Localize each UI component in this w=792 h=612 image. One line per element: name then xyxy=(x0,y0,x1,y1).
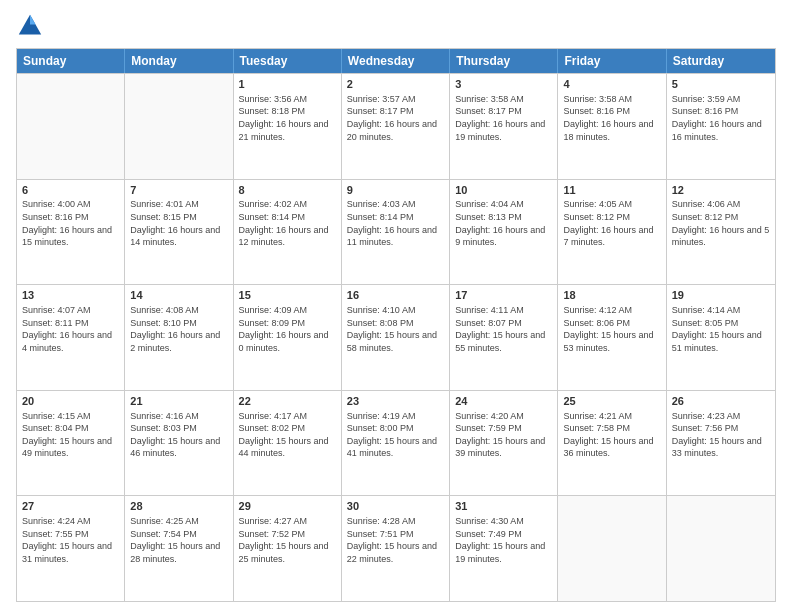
day-number: 20 xyxy=(22,394,119,409)
page: SundayMondayTuesdayWednesdayThursdayFrid… xyxy=(0,0,792,612)
cal-cell: 16Sunrise: 4:10 AM Sunset: 8:08 PM Dayli… xyxy=(342,285,450,390)
cell-text: Sunrise: 4:01 AM Sunset: 8:15 PM Dayligh… xyxy=(130,198,227,248)
day-number: 29 xyxy=(239,499,336,514)
cal-cell: 4Sunrise: 3:58 AM Sunset: 8:16 PM Daylig… xyxy=(558,74,666,179)
week-row-4: 20Sunrise: 4:15 AM Sunset: 8:04 PM Dayli… xyxy=(17,390,775,496)
day-number: 6 xyxy=(22,183,119,198)
cell-text: Sunrise: 4:20 AM Sunset: 7:59 PM Dayligh… xyxy=(455,410,552,460)
day-number: 5 xyxy=(672,77,770,92)
day-number: 23 xyxy=(347,394,444,409)
cal-cell: 29Sunrise: 4:27 AM Sunset: 7:52 PM Dayli… xyxy=(234,496,342,601)
cal-cell: 22Sunrise: 4:17 AM Sunset: 8:02 PM Dayli… xyxy=(234,391,342,496)
cell-text: Sunrise: 4:11 AM Sunset: 8:07 PM Dayligh… xyxy=(455,304,552,354)
day-number: 4 xyxy=(563,77,660,92)
day-number: 18 xyxy=(563,288,660,303)
cell-text: Sunrise: 3:59 AM Sunset: 8:16 PM Dayligh… xyxy=(672,93,770,143)
cal-cell: 24Sunrise: 4:20 AM Sunset: 7:59 PM Dayli… xyxy=(450,391,558,496)
cell-text: Sunrise: 4:10 AM Sunset: 8:08 PM Dayligh… xyxy=(347,304,444,354)
cal-cell: 27Sunrise: 4:24 AM Sunset: 7:55 PM Dayli… xyxy=(17,496,125,601)
header-day-monday: Monday xyxy=(125,49,233,73)
cell-text: Sunrise: 4:05 AM Sunset: 8:12 PM Dayligh… xyxy=(563,198,660,248)
cell-text: Sunrise: 4:28 AM Sunset: 7:51 PM Dayligh… xyxy=(347,515,444,565)
cal-cell xyxy=(125,74,233,179)
day-number: 19 xyxy=(672,288,770,303)
day-number: 13 xyxy=(22,288,119,303)
cal-cell: 9Sunrise: 4:03 AM Sunset: 8:14 PM Daylig… xyxy=(342,180,450,285)
week-row-5: 27Sunrise: 4:24 AM Sunset: 7:55 PM Dayli… xyxy=(17,495,775,601)
cal-cell: 21Sunrise: 4:16 AM Sunset: 8:03 PM Dayli… xyxy=(125,391,233,496)
cal-cell: 2Sunrise: 3:57 AM Sunset: 8:17 PM Daylig… xyxy=(342,74,450,179)
day-number: 21 xyxy=(130,394,227,409)
header-day-thursday: Thursday xyxy=(450,49,558,73)
header-day-saturday: Saturday xyxy=(667,49,775,73)
header xyxy=(16,12,776,40)
cal-cell: 12Sunrise: 4:06 AM Sunset: 8:12 PM Dayli… xyxy=(667,180,775,285)
cell-text: Sunrise: 4:21 AM Sunset: 7:58 PM Dayligh… xyxy=(563,410,660,460)
day-number: 7 xyxy=(130,183,227,198)
day-number: 31 xyxy=(455,499,552,514)
cal-cell: 23Sunrise: 4:19 AM Sunset: 8:00 PM Dayli… xyxy=(342,391,450,496)
cell-text: Sunrise: 3:58 AM Sunset: 8:17 PM Dayligh… xyxy=(455,93,552,143)
cal-cell xyxy=(17,74,125,179)
day-number: 8 xyxy=(239,183,336,198)
day-number: 16 xyxy=(347,288,444,303)
calendar-header: SundayMondayTuesdayWednesdayThursdayFrid… xyxy=(17,49,775,73)
cell-text: Sunrise: 4:19 AM Sunset: 8:00 PM Dayligh… xyxy=(347,410,444,460)
cell-text: Sunrise: 3:58 AM Sunset: 8:16 PM Dayligh… xyxy=(563,93,660,143)
cell-text: Sunrise: 3:57 AM Sunset: 8:17 PM Dayligh… xyxy=(347,93,444,143)
day-number: 25 xyxy=(563,394,660,409)
cell-text: Sunrise: 4:17 AM Sunset: 8:02 PM Dayligh… xyxy=(239,410,336,460)
cal-cell: 31Sunrise: 4:30 AM Sunset: 7:49 PM Dayli… xyxy=(450,496,558,601)
day-number: 11 xyxy=(563,183,660,198)
cell-text: Sunrise: 4:08 AM Sunset: 8:10 PM Dayligh… xyxy=(130,304,227,354)
week-row-2: 6Sunrise: 4:00 AM Sunset: 8:16 PM Daylig… xyxy=(17,179,775,285)
cal-cell: 10Sunrise: 4:04 AM Sunset: 8:13 PM Dayli… xyxy=(450,180,558,285)
day-number: 9 xyxy=(347,183,444,198)
cell-text: Sunrise: 4:30 AM Sunset: 7:49 PM Dayligh… xyxy=(455,515,552,565)
cal-cell xyxy=(667,496,775,601)
cal-cell: 17Sunrise: 4:11 AM Sunset: 8:07 PM Dayli… xyxy=(450,285,558,390)
day-number: 30 xyxy=(347,499,444,514)
day-number: 27 xyxy=(22,499,119,514)
day-number: 12 xyxy=(672,183,770,198)
cell-text: Sunrise: 4:25 AM Sunset: 7:54 PM Dayligh… xyxy=(130,515,227,565)
cal-cell: 13Sunrise: 4:07 AM Sunset: 8:11 PM Dayli… xyxy=(17,285,125,390)
calendar-body: 1Sunrise: 3:56 AM Sunset: 8:18 PM Daylig… xyxy=(17,73,775,601)
cal-cell: 14Sunrise: 4:08 AM Sunset: 8:10 PM Dayli… xyxy=(125,285,233,390)
cell-text: Sunrise: 4:27 AM Sunset: 7:52 PM Dayligh… xyxy=(239,515,336,565)
day-number: 17 xyxy=(455,288,552,303)
logo xyxy=(16,12,48,40)
cal-cell: 8Sunrise: 4:02 AM Sunset: 8:14 PM Daylig… xyxy=(234,180,342,285)
cal-cell: 25Sunrise: 4:21 AM Sunset: 7:58 PM Dayli… xyxy=(558,391,666,496)
cell-text: Sunrise: 4:06 AM Sunset: 8:12 PM Dayligh… xyxy=(672,198,770,248)
cal-cell: 26Sunrise: 4:23 AM Sunset: 7:56 PM Dayli… xyxy=(667,391,775,496)
header-day-tuesday: Tuesday xyxy=(234,49,342,73)
svg-marker-1 xyxy=(30,15,36,25)
cal-cell: 1Sunrise: 3:56 AM Sunset: 8:18 PM Daylig… xyxy=(234,74,342,179)
day-number: 28 xyxy=(130,499,227,514)
day-number: 22 xyxy=(239,394,336,409)
day-number: 14 xyxy=(130,288,227,303)
cell-text: Sunrise: 4:14 AM Sunset: 8:05 PM Dayligh… xyxy=(672,304,770,354)
cal-cell: 7Sunrise: 4:01 AM Sunset: 8:15 PM Daylig… xyxy=(125,180,233,285)
cal-cell: 3Sunrise: 3:58 AM Sunset: 8:17 PM Daylig… xyxy=(450,74,558,179)
day-number: 1 xyxy=(239,77,336,92)
day-number: 10 xyxy=(455,183,552,198)
day-number: 2 xyxy=(347,77,444,92)
cell-text: Sunrise: 4:12 AM Sunset: 8:06 PM Dayligh… xyxy=(563,304,660,354)
cal-cell: 6Sunrise: 4:00 AM Sunset: 8:16 PM Daylig… xyxy=(17,180,125,285)
cal-cell: 11Sunrise: 4:05 AM Sunset: 8:12 PM Dayli… xyxy=(558,180,666,285)
cell-text: Sunrise: 4:16 AM Sunset: 8:03 PM Dayligh… xyxy=(130,410,227,460)
cell-text: Sunrise: 4:00 AM Sunset: 8:16 PM Dayligh… xyxy=(22,198,119,248)
cal-cell: 30Sunrise: 4:28 AM Sunset: 7:51 PM Dayli… xyxy=(342,496,450,601)
cell-text: Sunrise: 4:24 AM Sunset: 7:55 PM Dayligh… xyxy=(22,515,119,565)
cal-cell: 20Sunrise: 4:15 AM Sunset: 8:04 PM Dayli… xyxy=(17,391,125,496)
cell-text: Sunrise: 4:07 AM Sunset: 8:11 PM Dayligh… xyxy=(22,304,119,354)
calendar: SundayMondayTuesdayWednesdayThursdayFrid… xyxy=(16,48,776,602)
day-number: 26 xyxy=(672,394,770,409)
week-row-1: 1Sunrise: 3:56 AM Sunset: 8:18 PM Daylig… xyxy=(17,73,775,179)
cell-text: Sunrise: 4:03 AM Sunset: 8:14 PM Dayligh… xyxy=(347,198,444,248)
cal-cell: 18Sunrise: 4:12 AM Sunset: 8:06 PM Dayli… xyxy=(558,285,666,390)
cal-cell: 28Sunrise: 4:25 AM Sunset: 7:54 PM Dayli… xyxy=(125,496,233,601)
cell-text: Sunrise: 4:23 AM Sunset: 7:56 PM Dayligh… xyxy=(672,410,770,460)
